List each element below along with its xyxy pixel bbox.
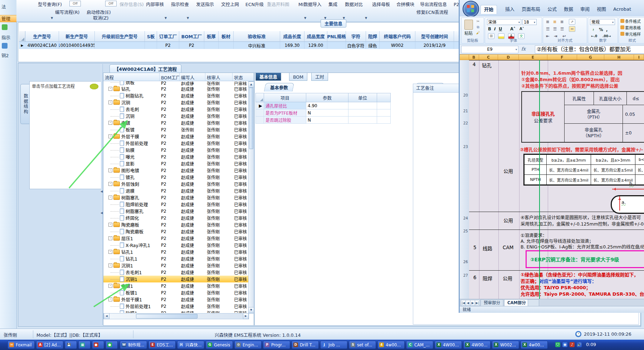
column-header[interactable]: 成品长度: [280, 31, 304, 42]
scroll-thumb[interactable]: [136, 314, 197, 319]
tree-node-label[interactable]: - 层压1: [103, 235, 160, 242]
column-header[interactable]: B: [469, 54, 479, 60]
sheet-grid[interactable]: 4 钻孔 针对0.8mm、1.6mm两个临界点公差选择，因 ①金属0.8mm转化…: [469, 60, 644, 299]
taskbar-button[interactable]: ⚙ Engin...: [234, 341, 262, 349]
number-format-combo[interactable]: 常规: [590, 19, 615, 25]
dock-item[interactable]: [0, 24, 16, 31]
column-header[interactable]: 字符: [346, 31, 366, 42]
chevron-down-icon[interactable]: ▼: [51, 16, 53, 20]
tree-node-label[interactable]: - 去毛刺1: [103, 269, 160, 276]
column-header[interactable]: 阻焊: [366, 31, 380, 42]
office-button[interactable]: [463, 1, 479, 17]
toolbar-button[interactable]: 修复ECN丢流程: [416, 9, 448, 16]
tree-row[interactable]: - 终固化 P2 赵成捷 张传刚 已审核: [103, 215, 248, 221]
expand-box-icon[interactable]: -: [108, 250, 112, 254]
tree-col-flow[interactable]: 流程: [103, 73, 160, 81]
align-bottom-icon[interactable]: ≡: [560, 19, 564, 25]
taskbar-button[interactable]: ●: [92, 341, 104, 349]
tree-node-label[interactable]: - 图形电镀: [103, 167, 160, 174]
tree-row[interactable]: - 退膜 P2 赵成捷 张传刚 已审核: [103, 187, 248, 194]
taskbar-button[interactable]: X 4W00...: [463, 341, 491, 349]
taskbar-button[interactable]: J Job ...: [320, 341, 347, 349]
toolbar-button[interactable]: ECN升级: [245, 1, 264, 8]
currency-icon[interactable]: ؋: [590, 27, 596, 32]
font-size-combo[interactable]: 18: [522, 19, 537, 25]
tree-row[interactable]: - 外层前处理1 P2 赵成捷 张传刚 已审核: [103, 303, 248, 310]
ribbon-tab[interactable]: 视图: [594, 5, 609, 14]
toolbar-button[interactable]: 集成: [328, 1, 337, 8]
tree-row[interactable]: - 镀孔 P2 赵成捷 张传刚 已审核: [103, 174, 248, 181]
column-header[interactable]: [460, 54, 469, 60]
shrink-font-icon[interactable]: A˅: [519, 26, 524, 32]
style-button[interactable]: 条件格式: [620, 19, 644, 25]
tree-node-label[interactable]: - 显影: [103, 160, 160, 167]
column-header[interactable]: 生产型号: [25, 31, 59, 42]
expand-box-icon[interactable]: -: [108, 196, 112, 199]
taskbar-button[interactable]: X 4W00...: [435, 341, 462, 349]
column-header[interactable]: 成品宽度: [304, 31, 327, 42]
toolbar-button[interactable]: 型号查询(F): [38, 1, 62, 8]
toolbar-button[interactable]: 内部审核: [146, 1, 164, 8]
tree-row[interactable]: - 显影 P2 赵成捷 张传刚 已审核: [103, 160, 248, 167]
detail-tab[interactable]: BOM: [289, 73, 307, 81]
ribbon-tab[interactable]: 开始: [480, 5, 497, 14]
process-load-listbox[interactable]: 单击节点加载工艺流程: [29, 81, 102, 189]
toolbar-button[interactable]: 文控上网: [221, 1, 239, 8]
tree-node-label[interactable]: - 贴膜: [103, 147, 160, 153]
toolbar-button[interactable]: 重选开料图: [267, 1, 289, 8]
ribbon-tab[interactable]: 数据: [561, 5, 576, 14]
expand-box-icon[interactable]: -: [108, 263, 112, 267]
tree-row[interactable]: - 曝光 P2 赵成捷 张传刚 已审核: [103, 153, 248, 160]
toolbar-button[interactable]: 编写流程(R): [55, 9, 79, 16]
chevron-down-icon[interactable]: ▼: [304, 16, 306, 20]
column-header[interactable]: S板: [145, 31, 157, 42]
tray-icon[interactable]: 🔊: [577, 342, 582, 347]
comma-icon[interactable]: ,: [606, 27, 608, 33]
row-number[interactable]: 22: [463, 121, 468, 125]
column-header[interactable]: 新生产型号: [59, 31, 95, 42]
tree-row[interactable]: - 钻孔1 P2 赵成捷 张传刚 已审核: [103, 248, 248, 255]
merge-center-icon[interactable]: ⇔: [569, 26, 575, 32]
ribbon-tab[interactable]: 插入: [502, 5, 518, 14]
tree-row[interactable]: - 去毛刺 P2 赵成捷 张传刚 已审核: [103, 106, 248, 113]
align-top-icon[interactable]: ≡: [546, 19, 550, 25]
ribbon-tab[interactable]: 审阅: [577, 5, 593, 14]
param-value[interactable]: 4.90: [306, 102, 348, 109]
column-header[interactable]: H: [604, 54, 634, 60]
format-painter-icon[interactable]: 🖌: [475, 30, 481, 35]
first-sheet-icon[interactable]: |◀: [461, 300, 466, 306]
tree-node-label[interactable]: - 电镀: [103, 119, 160, 126]
column-header[interactable]: I: [634, 54, 644, 60]
column-header[interactable]: 升级前旧生产型号: [95, 31, 145, 42]
row-number[interactable]: 23: [463, 144, 468, 149]
tree-node-label[interactable]: - 陶瓷磨板: [103, 228, 160, 235]
expand-box-icon[interactable]: -: [108, 134, 112, 138]
detail-tab[interactable]: 基本信息: [255, 73, 281, 81]
taskbar-button[interactable]: 兴 兴森快...: [177, 341, 204, 349]
tree-node-label[interactable]: - 沉铜1: [103, 276, 160, 282]
tree-node-label[interactable]: - 沉铜1: [103, 262, 160, 269]
tree-row[interactable]: - 电镀 P2 赵成捷 张传刚 已审核: [103, 119, 248, 126]
column-header[interactable]: F: [547, 54, 577, 60]
tree-row[interactable]: - 沉铜 P2 赵成捷 张传刚 已审核: [103, 113, 248, 119]
formula-input[interactable]: ②所有板（注意：包含0层板）都要加无: [535, 45, 644, 54]
expand-box-icon[interactable]: -: [108, 121, 112, 125]
expand-box-icon[interactable]: -: [108, 168, 112, 172]
tree-col-reviewer[interactable]: 核审人: [205, 73, 233, 81]
tree-row[interactable]: - 贴膜1 P2 赵成捷 张传刚 已审核: [103, 310, 248, 313]
column-header[interactable]: D: [498, 54, 519, 60]
tree-row[interactable]: - 图形电镀 P2 赵成捷 张传刚 已审核: [103, 167, 248, 174]
taskbar-button[interactable]: C CAM_...: [406, 341, 433, 349]
next-sheet-icon[interactable]: ▶: [470, 300, 475, 306]
paste-button[interactable]: 粘贴: [464, 30, 473, 36]
column-header[interactable]: 终端客户代码: [380, 31, 415, 42]
row-number[interactable]: 21: [463, 109, 468, 113]
tree-row[interactable]: - 层压1 P2 赵成捷 张传刚 已审核: [103, 235, 248, 242]
scroll-up-icon[interactable]: ▲: [248, 82, 254, 88]
toggle-off[interactable]: Off: [105, 1, 117, 6]
ribbon-tab[interactable]: 页面布局: [518, 5, 543, 14]
row-number[interactable]: 25: [463, 229, 468, 233]
tree-node-label[interactable]: - 去毛刺: [103, 106, 160, 113]
tree-row[interactable]: - 阻焊前处理 P2 赵成捷 张传刚 已审核: [103, 201, 248, 208]
tree-node-label[interactable]: - 钻孔: [103, 85, 160, 92]
